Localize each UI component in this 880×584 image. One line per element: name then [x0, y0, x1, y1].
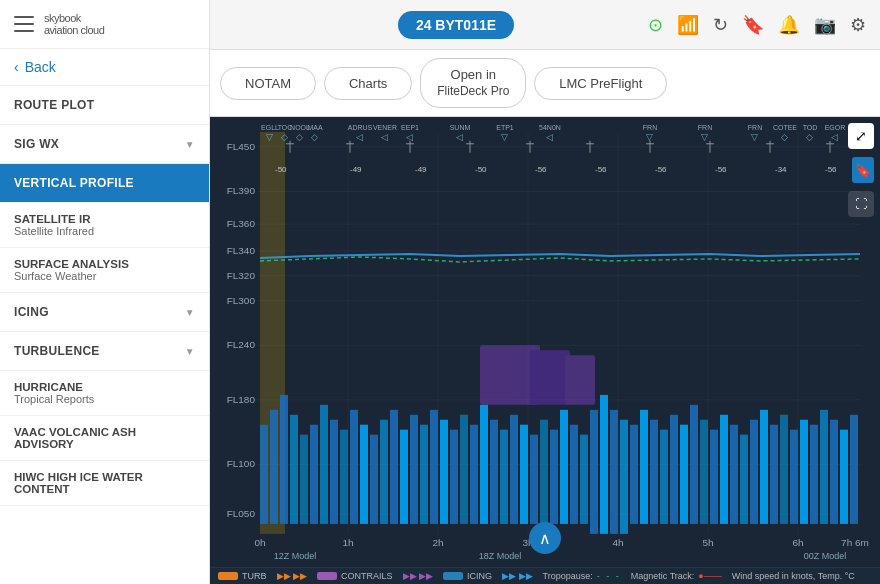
- svg-rect-90: [565, 356, 595, 406]
- settings-icon[interactable]: ⚙: [850, 14, 866, 36]
- svg-rect-68: [660, 430, 668, 524]
- svg-rect-44: [420, 425, 428, 524]
- sync-icon[interactable]: ↻: [713, 14, 728, 36]
- svg-text:1h: 1h: [342, 537, 353, 548]
- svg-text:FL320: FL320: [227, 270, 256, 281]
- svg-rect-42: [400, 430, 408, 524]
- icing-chevron-icon: ▼: [185, 307, 195, 318]
- vertical-profile-label: VERTICAL PROFILE: [14, 176, 134, 190]
- sidebar-item-turbulence[interactable]: TURBULENCE ▼: [0, 332, 209, 371]
- sidebar-header: skybook aviation cloud: [0, 0, 209, 49]
- svg-text:◇: ◇: [806, 132, 813, 142]
- topbar-icons: ⊙ 📶 ↻ 🔖 🔔 📷 ⚙: [648, 14, 866, 36]
- legend-icing: ICING: [443, 571, 492, 581]
- svg-text:ADRUS: ADRUS: [348, 124, 373, 131]
- svg-rect-61: [590, 410, 598, 534]
- svg-text:MAA: MAA: [307, 124, 323, 131]
- flight-badge[interactable]: 24 BYT011E: [398, 11, 514, 39]
- chart-area: Dep: 24/02/2025 14:00 (UTC) Fit No: BYT0…: [210, 117, 880, 584]
- svg-rect-50: [480, 405, 488, 524]
- svg-rect-84: [820, 410, 828, 524]
- legend-tropopause: Tropopause: - - -: [543, 571, 621, 581]
- svg-rect-71: [690, 405, 698, 524]
- svg-rect-82: [800, 420, 808, 524]
- svg-rect-35: [330, 420, 338, 524]
- svg-text:◁: ◁: [831, 132, 838, 142]
- svg-rect-36: [340, 430, 348, 524]
- bookmark-icon[interactable]: 🔖: [742, 14, 764, 36]
- icing-arrows: ▶▶ ▶▶: [502, 571, 533, 581]
- svg-rect-75: [730, 425, 738, 524]
- svg-text:-56: -56: [715, 165, 727, 174]
- sidebar-item-hiwc[interactable]: HIWC High Ice Water Content: [0, 461, 209, 506]
- svg-rect-47: [450, 430, 458, 524]
- svg-rect-31: [290, 415, 298, 524]
- sidebar-item-sig-wx[interactable]: SIG WX ▼: [0, 125, 209, 164]
- sidebar-item-icing[interactable]: ICING ▼: [0, 293, 209, 332]
- bell-icon[interactable]: 🔔: [778, 14, 800, 36]
- svg-text:0h: 0h: [254, 537, 265, 548]
- icing-label: ICING: [14, 305, 49, 319]
- svg-text:-56: -56: [595, 165, 607, 174]
- svg-rect-79: [770, 425, 778, 524]
- svg-text:FRN: FRN: [643, 124, 657, 131]
- svg-text:54N0N: 54N0N: [539, 124, 561, 131]
- fullscreen-button[interactable]: ⛶: [848, 191, 874, 217]
- chart-bookmark-button[interactable]: 🔖: [852, 157, 874, 183]
- svg-rect-56: [540, 420, 548, 524]
- logo-tagline: aviation cloud: [44, 24, 104, 36]
- location-icon[interactable]: ⊙: [648, 14, 663, 36]
- sidebar-item-vertical-profile[interactable]: VERTICAL PROFILE: [0, 164, 209, 203]
- svg-rect-55: [530, 435, 538, 524]
- back-button[interactable]: ‹ Back: [0, 49, 209, 86]
- wind-label: Wind speed in knots, Temp. °C: [732, 571, 855, 581]
- legend-magnetic-track: Magnetic Track: ●——: [631, 571, 722, 581]
- sidebar-item-satellite-ir[interactable]: SATELLITE IR Satellite Infrared: [0, 203, 209, 248]
- svg-text:-49: -49: [350, 165, 362, 174]
- svg-text:-34: -34: [775, 165, 787, 174]
- hamburger-menu[interactable]: [14, 14, 34, 34]
- svg-rect-76: [740, 435, 748, 524]
- svg-text:FRN: FRN: [748, 124, 762, 131]
- svg-text:FL450: FL450: [227, 141, 256, 152]
- track-line-icon: ●——: [698, 571, 721, 581]
- tab-notam[interactable]: NOTAM: [220, 67, 316, 100]
- svg-rect-89: [530, 351, 570, 406]
- satellite-ir-subtitle: Satellite Infrared: [14, 225, 195, 237]
- sidebar-item-surface-analysis[interactable]: SURFACE ANALYSIS Surface Weather: [0, 248, 209, 293]
- scroll-up-button[interactable]: ∧: [529, 522, 561, 554]
- app-logo: skybook aviation cloud: [44, 12, 104, 36]
- sidebar-item-route-plot[interactable]: ROUTE PLOT: [0, 86, 209, 125]
- svg-text:▽: ▽: [266, 132, 273, 142]
- sig-wx-chevron-icon: ▼: [185, 139, 195, 150]
- svg-text:▽: ▽: [701, 132, 708, 142]
- svg-text:-56: -56: [825, 165, 837, 174]
- svg-text:◇: ◇: [281, 132, 288, 142]
- svg-text:-50: -50: [275, 165, 287, 174]
- wifi-icon[interactable]: 📶: [677, 14, 699, 36]
- svg-rect-83: [810, 425, 818, 524]
- open-in-line2: FliteDeck Pro: [437, 84, 509, 100]
- svg-rect-34: [320, 405, 328, 524]
- expand-button[interactable]: ⤢: [848, 123, 874, 149]
- magnetic-track-label: Magnetic Track:: [631, 571, 695, 581]
- svg-rect-37: [350, 410, 358, 524]
- sidebar-item-vaac[interactable]: VAAC Volcanic Ash Advisory: [0, 416, 209, 461]
- tab-open-in-flitedeck[interactable]: Open in FliteDeck Pro: [420, 58, 526, 108]
- svg-rect-51: [490, 420, 498, 524]
- icing-color: [443, 572, 463, 580]
- svg-rect-70: [680, 425, 688, 524]
- sidebar-item-hurricane[interactable]: HURRICANE Tropical Reports: [0, 371, 209, 416]
- vaac-label: VAAC Volcanic Ash Advisory: [14, 426, 195, 450]
- tab-charts[interactable]: Charts: [324, 67, 412, 100]
- svg-rect-32: [300, 435, 308, 524]
- svg-text:FL100: FL100: [227, 459, 256, 470]
- camera-icon[interactable]: 📷: [814, 14, 836, 36]
- topbar: 24 BYT011E ⊙ 📶 ↻ 🔖 🔔 📷 ⚙: [210, 0, 880, 50]
- turbulence-label: TURBULENCE: [14, 344, 100, 358]
- svg-rect-30: [280, 395, 288, 524]
- tab-lmc-preflight[interactable]: LMC PreFlight: [534, 67, 667, 100]
- turbulence-chevron-icon: ▼: [185, 346, 195, 357]
- svg-text:FL340: FL340: [227, 245, 256, 256]
- svg-rect-49: [470, 425, 478, 524]
